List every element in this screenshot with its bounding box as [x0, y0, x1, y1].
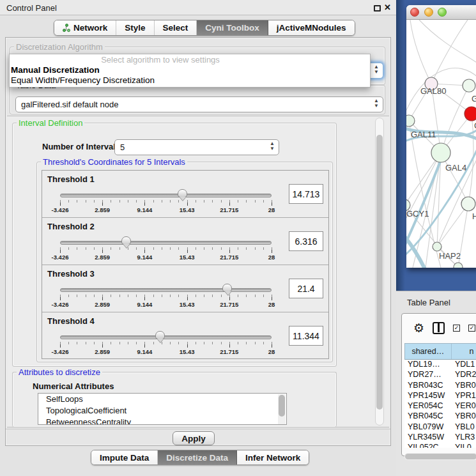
right-pane: GAL80 G C GAL11 GAL4 GCY1 H HAP2 Table P… [396, 0, 476, 476]
slider-track[interactable] [60, 194, 272, 197]
table-row[interactable]: YIL052CYIL0 [404, 443, 476, 448]
slider-thumb[interactable] [121, 236, 131, 245]
table-data-group: Table Data galFiltered.sif default node … [10, 85, 385, 114]
float-window-icon[interactable] [374, 5, 381, 12]
thresholds-title: Threshold's Coordinates for 5 Intervals [41, 157, 187, 167]
network-window: GAL80 G C GAL11 GAL4 GCY1 H HAP2 [406, 5, 476, 268]
slider-track[interactable] [60, 241, 272, 245]
table-row[interactable]: YER054CYER0 [404, 401, 476, 411]
slider-thumb[interactable] [222, 284, 232, 292]
scale-label: 21.715 [220, 301, 238, 308]
slider-ticks [60, 247, 272, 253]
zoom-traffic-light-icon[interactable] [438, 8, 447, 17]
apply-button[interactable]: Apply [173, 431, 215, 445]
list-item[interactable]: TopologicalCoefficient [38, 405, 286, 417]
checkbox-icon[interactable]: ✓ [468, 325, 475, 332]
close-traffic-light-icon[interactable] [410, 8, 419, 17]
node-label-gal11[interactable]: GAL11 [411, 130, 436, 139]
column-header-name[interactable]: n [452, 344, 476, 359]
tab-cyni-toolbox[interactable]: Cyni Toolbox [197, 20, 268, 35]
columns-icon[interactable] [433, 322, 445, 334]
combo-arrows-icon: ▲▼ [374, 98, 379, 109]
scale-label: 9.144 [137, 301, 153, 308]
tab-network-label: Network [73, 23, 107, 33]
node-label-gal4[interactable]: GAL4 [445, 163, 466, 173]
threshold-1-row: Threshold 1 -3.426 2.859 9.144 15.43 [42, 171, 328, 218]
table-row[interactable]: YDL19…YDL1 [404, 360, 476, 370]
tab-style[interactable]: Style [116, 20, 154, 35]
scrollbar-thumb[interactable] [405, 454, 476, 459]
table-row[interactable]: YLR345WYLR3 [404, 433, 476, 443]
algorithm-prompt-item[interactable]: Select algorithm to view settings [10, 55, 370, 65]
tab-cyni-toolbox-label: Cyni Toolbox [205, 23, 259, 33]
table-row[interactable]: YPR145WYPR1 [404, 391, 476, 401]
close-icon[interactable]: ✕ [384, 3, 391, 12]
threshold-4-row: Threshold 4 -3.426 2.859 9.144 15.43 [42, 312, 328, 360]
node-label-gal80[interactable]: GAL80 [420, 86, 446, 96]
scale-label: -3.426 [52, 348, 69, 355]
scrollbar-thumb[interactable] [376, 135, 383, 410]
table-row[interactable]: YDR27…YDR2 [404, 370, 476, 380]
number-of-intervals-spinner[interactable]: 5 ▲▼ [114, 139, 279, 155]
tab-jactivemnodules[interactable]: jActiveMNodules [268, 20, 355, 35]
slider-track[interactable] [60, 288, 272, 292]
list-item[interactable]: SelfLoops [38, 394, 286, 405]
threshold-3-value-field[interactable] [289, 279, 323, 298]
table-row[interactable]: YBL079WYBL0 [404, 422, 476, 433]
table-row[interactable]: YBR045CYBR0 [404, 411, 476, 422]
tab-network[interactable]: Network [54, 20, 116, 35]
minimize-traffic-light-icon[interactable] [424, 8, 433, 17]
gear-icon[interactable]: ⚙ [413, 322, 424, 334]
table-data-combobox[interactable]: galFiltered.sif default node ▲▼ [15, 96, 383, 112]
attributes-group-title: Attributes to discretize [17, 367, 102, 377]
algorithm-dropdown-popup: Select algorithm to view settings Manual… [9, 54, 371, 88]
settings-vertical-scrollbar[interactable] [375, 118, 384, 426]
scale-label: 28 [268, 348, 275, 355]
scale-label: 21.715 [220, 206, 238, 213]
slider-scale: -3.426 2.859 9.144 15.43 21.715 28 [60, 206, 272, 214]
network-canvas[interactable]: GAL80 G C GAL11 GAL4 GCY1 H HAP2 [406, 20, 476, 268]
threshold-4-label: Threshold 4 [47, 316, 95, 326]
scale-label: -3.426 [52, 301, 69, 308]
column-header-shared-name[interactable]: shared… [405, 344, 452, 359]
tab-select-label: Select [163, 23, 188, 33]
slider-scale: -3.426 2.859 9.144 15.43 21.715 28 [60, 254, 272, 261]
slider-ticks [60, 295, 272, 300]
slider-thumb[interactable] [155, 331, 165, 339]
threshold-2-row: Threshold 2 -3.426 2.859 9.144 15.43 [42, 218, 328, 265]
node-label-h-partial[interactable]: H [472, 211, 476, 221]
tab-infer-network[interactable]: Infer Network [237, 450, 309, 464]
algorithm-option-equal-width[interactable]: Equal Width/Frequency Discretization [11, 75, 364, 85]
table-panel: Table Panel ⚙ ✓ ✓ shared… n YDL19…YDL1 Y… [396, 291, 476, 476]
slider-thumb[interactable] [178, 189, 187, 197]
tab-discretize-data-label: Discretize Data [166, 453, 228, 463]
thresholds-group: Threshold's Coordinates for 5 Intervals … [36, 162, 333, 362]
scale-label: 15.43 [180, 348, 195, 355]
node-label-gal-partial[interactable]: G [472, 94, 476, 104]
tab-impute-data[interactable]: Impute Data [91, 450, 158, 464]
scale-label: -3.426 [52, 254, 69, 261]
tab-select[interactable]: Select [155, 20, 197, 35]
checkbox-icon[interactable]: ✓ [453, 325, 460, 332]
number-of-intervals-value: 5 [120, 142, 125, 152]
tab-infer-network-label: Infer Network [245, 453, 300, 463]
tab-impute-data-label: Impute Data [100, 453, 149, 463]
algorithm-option-manual[interactable]: Manual Discretization [11, 65, 364, 75]
threshold-1-label: Threshold 1 [47, 174, 95, 184]
threshold-4-value-field[interactable] [289, 326, 323, 346]
node-label-gcy1[interactable]: GCY1 [406, 209, 429, 219]
list-item[interactable]: BetweennessCentrality [38, 417, 286, 425]
threshold-rows-container: Threshold 1 -3.426 2.859 9.144 15.43 [42, 170, 329, 359]
table-row[interactable]: YBR043CYBR0 [404, 381, 476, 391]
network-graph [406, 20, 476, 268]
tab-discretize-data[interactable]: Discretize Data [158, 450, 237, 464]
slider-track[interactable] [60, 335, 272, 339]
table-horizontal-scrollbar[interactable] [404, 453, 476, 460]
node-label-hap2[interactable]: HAP2 [439, 251, 461, 261]
control-panel-titlebar: Control Panel ✕ [0, 0, 396, 15]
threshold-1-value-field[interactable] [289, 184, 323, 204]
attributes-list-scrollbar[interactable] [278, 394, 286, 424]
discretization-algorithm-title: Discretization Algorithm [14, 42, 105, 52]
numerical-attributes-label: Numerical Attributes [33, 381, 114, 391]
threshold-2-value-field[interactable] [289, 231, 323, 251]
